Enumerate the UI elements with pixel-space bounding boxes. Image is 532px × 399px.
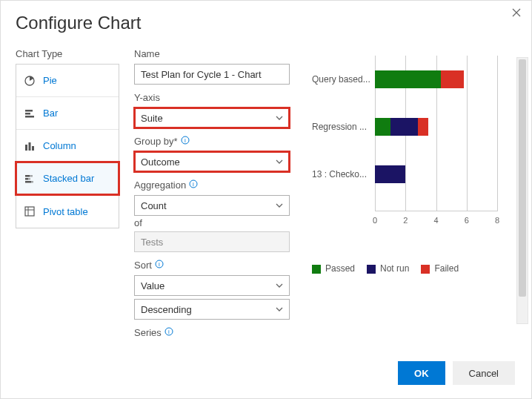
svg-rect-2	[25, 113, 30, 115]
chevron-down-icon	[276, 158, 283, 165]
stacked-bar-icon	[24, 173, 36, 185]
svg-rect-8	[30, 175, 33, 177]
yaxis-value: Suite	[141, 113, 163, 124]
chart-preview: 02468Query based...Regression ...13 : Ch…	[305, 48, 516, 346]
sort-order-value: Descending	[141, 304, 192, 315]
legend-passed: Passed	[325, 263, 355, 274]
groupby-label: Group by* i	[134, 136, 290, 147]
info-icon[interactable]: i	[181, 136, 190, 147]
configure-chart-dialog: Configure Chart Chart Type Pie Bar	[0, 0, 532, 399]
svg-rect-9	[25, 178, 28, 180]
pie-icon	[24, 75, 36, 87]
chart-type-label: Pie	[43, 75, 57, 86]
svg-rect-13	[25, 207, 34, 216]
axis-tick-label: 4	[433, 216, 438, 225]
axis-tick-label: 6	[465, 216, 469, 225]
svg-rect-7	[25, 175, 30, 177]
axis-tick-label: 0	[373, 216, 377, 225]
svg-text:i: i	[193, 181, 194, 188]
legend-failed: Failed	[434, 263, 459, 274]
sort-field-select[interactable]: Value	[134, 275, 290, 296]
svg-rect-10	[28, 178, 30, 180]
bar-segment	[390, 118, 418, 136]
chart-type-bar[interactable]: Bar	[16, 97, 119, 130]
chart-row-label: Regression ...	[312, 122, 375, 132]
sort-order-select[interactable]: Descending	[134, 299, 290, 320]
svg-rect-11	[25, 181, 31, 183]
yaxis-select[interactable]: Suite	[134, 108, 290, 128]
chart-type-pivot-table[interactable]: Pivot table	[16, 195, 119, 228]
chart-type-pie[interactable]: Pie	[16, 65, 119, 97]
dialog-title: Configure Chart	[16, 13, 516, 33]
yaxis-label: Y-axis	[134, 92, 290, 103]
info-icon[interactable]: i	[189, 179, 198, 191]
bar-icon	[24, 108, 36, 119]
ok-button[interactable]: OK	[398, 361, 445, 385]
series-label: Series i	[134, 327, 290, 338]
chart-type-label: Stacked bar	[43, 173, 94, 184]
svg-rect-3	[25, 116, 34, 118]
bar-segment	[418, 118, 428, 136]
svg-rect-12	[31, 181, 33, 183]
aggregation-label: Aggregation i	[134, 179, 290, 191]
info-icon[interactable]: i	[164, 327, 173, 338]
name-label: Name	[134, 48, 290, 59]
close-icon[interactable]	[509, 5, 524, 20]
svg-text:i: i	[159, 261, 160, 268]
cancel-button[interactable]: Cancel	[453, 361, 515, 385]
of-input: Tests	[134, 231, 290, 252]
bar-segment	[375, 165, 405, 183]
name-value: Test Plan for Cycle 1 - Chart	[141, 69, 262, 80]
chart-row: 13 : Checko...	[312, 151, 497, 198]
chart-type-label: Bar	[43, 108, 58, 119]
aggregation-select[interactable]: Count	[134, 195, 290, 216]
chart-legend: Passed Not run Failed	[312, 263, 516, 274]
chart-row-label: Query based...	[312, 74, 375, 85]
chart-type-column[interactable]: Column	[16, 130, 119, 162]
svg-rect-5	[29, 142, 31, 151]
axis-tick-label: 2	[403, 216, 408, 225]
bar-segment	[375, 70, 441, 88]
scrollbar[interactable]	[516, 57, 528, 324]
chart-type-label: Column	[43, 140, 76, 151]
pivot-table-icon	[24, 205, 36, 217]
info-icon[interactable]: i	[155, 260, 164, 271]
chart-row: Regression ...	[312, 103, 497, 151]
bar-segment	[441, 70, 464, 88]
sort-label: Sort i	[134, 260, 290, 271]
chart-type-label: Chart Type	[16, 48, 119, 59]
chevron-down-icon	[276, 114, 283, 122]
of-label: of	[134, 217, 290, 228]
of-value: Tests	[141, 237, 163, 248]
svg-text:i: i	[184, 137, 186, 144]
svg-rect-4	[25, 145, 27, 151]
svg-text:i: i	[168, 329, 170, 335]
legend-swatch-passed	[312, 265, 321, 274]
chart-type-list: Pie Bar Column	[16, 64, 119, 228]
legend-swatch-failed	[421, 265, 430, 274]
chart-row-label: 13 : Checko...	[312, 169, 375, 179]
chart-row: Query based...	[312, 56, 497, 103]
chevron-down-icon	[276, 282, 283, 289]
aggregation-value: Count	[141, 200, 167, 211]
groupby-value: Outcome	[141, 156, 180, 168]
chevron-down-icon	[276, 306, 283, 313]
legend-swatch-notrun	[367, 265, 376, 274]
sort-field-value: Value	[141, 280, 164, 291]
chevron-down-icon	[276, 202, 283, 209]
legend-notrun: Not run	[380, 263, 409, 274]
axis-tick-label: 8	[495, 216, 499, 225]
chart-type-label: Pivot table	[43, 206, 88, 217]
groupby-select[interactable]: Outcome	[134, 151, 290, 172]
column-icon	[24, 140, 36, 152]
svg-rect-6	[32, 146, 34, 151]
name-input[interactable]: Test Plan for Cycle 1 - Chart	[134, 64, 290, 85]
svg-rect-1	[25, 110, 33, 112]
chart-type-stacked-bar[interactable]: Stacked bar	[16, 162, 119, 195]
bar-segment	[375, 118, 390, 136]
scrollbar-thumb[interactable]	[519, 59, 526, 297]
